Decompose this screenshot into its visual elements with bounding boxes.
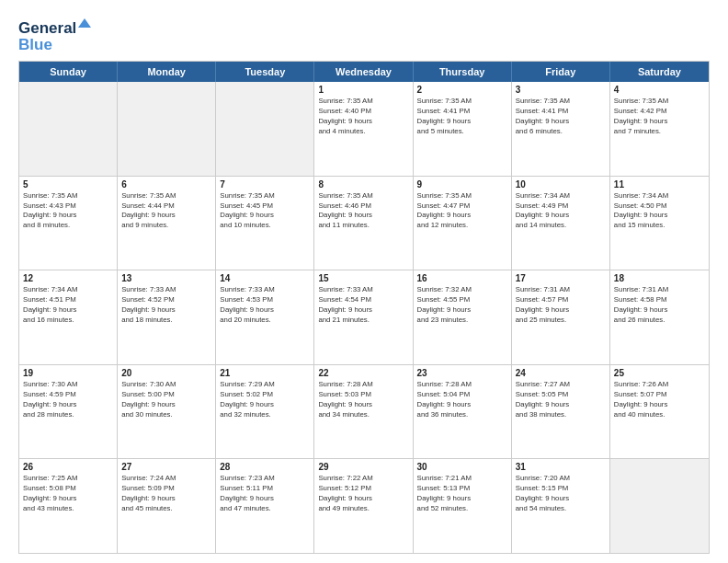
empty-cell xyxy=(610,459,709,553)
day-info: Sunrise: 7:21 AMSunset: 5:13 PMDaylight:… xyxy=(417,474,507,514)
week-row-4: 19Sunrise: 7:30 AMSunset: 4:59 PMDayligh… xyxy=(19,365,709,460)
day-info: Sunrise: 7:20 AMSunset: 5:15 PMDaylight:… xyxy=(516,474,606,514)
day-number: 4 xyxy=(614,85,705,95)
day-number: 15 xyxy=(318,273,408,283)
svg-text:Blue: Blue xyxy=(18,36,52,53)
empty-cell xyxy=(19,82,118,176)
day-number: 7 xyxy=(220,179,310,190)
logo: GeneralBlue xyxy=(18,15,101,53)
day-number: 10 xyxy=(516,179,606,190)
day-cell-31: 31Sunrise: 7:20 AMSunset: 5:15 PMDayligh… xyxy=(512,459,610,553)
day-cell-26: 26Sunrise: 7:25 AMSunset: 5:08 PMDayligh… xyxy=(19,459,118,553)
day-cell-16: 16Sunrise: 7:32 AMSunset: 4:55 PMDayligh… xyxy=(414,270,512,364)
day-cell-14: 14Sunrise: 7:33 AMSunset: 4:53 PMDayligh… xyxy=(216,270,314,364)
calendar-body: 1Sunrise: 7:35 AMSunset: 4:40 PMDaylight… xyxy=(19,82,709,553)
day-info: Sunrise: 7:31 AMSunset: 4:57 PMDaylight:… xyxy=(516,285,606,326)
empty-cell xyxy=(118,82,216,176)
day-info: Sunrise: 7:28 AMSunset: 5:04 PMDaylight:… xyxy=(417,380,507,420)
day-cell-25: 25Sunrise: 7:26 AMSunset: 5:07 PMDayligh… xyxy=(610,365,709,459)
day-cell-15: 15Sunrise: 7:33 AMSunset: 4:54 PMDayligh… xyxy=(314,270,413,364)
day-number: 17 xyxy=(516,273,606,283)
day-cell-19: 19Sunrise: 7:30 AMSunset: 4:59 PMDayligh… xyxy=(19,365,118,459)
day-info: Sunrise: 7:31 AMSunset: 4:58 PMDaylight:… xyxy=(614,285,705,326)
week-row-5: 26Sunrise: 7:25 AMSunset: 5:08 PMDayligh… xyxy=(19,459,709,553)
day-number: 12 xyxy=(23,273,113,283)
day-info: Sunrise: 7:33 AMSunset: 4:53 PMDaylight:… xyxy=(220,285,310,326)
day-cell-23: 23Sunrise: 7:28 AMSunset: 5:04 PMDayligh… xyxy=(414,365,512,459)
day-info: Sunrise: 7:22 AMSunset: 5:12 PMDaylight:… xyxy=(318,474,408,514)
day-info: Sunrise: 7:35 AMSunset: 4:43 PMDaylight:… xyxy=(23,191,113,232)
day-info: Sunrise: 7:35 AMSunset: 4:41 PMDaylight:… xyxy=(417,97,507,137)
day-cell-29: 29Sunrise: 7:22 AMSunset: 5:12 PMDayligh… xyxy=(314,459,413,553)
day-number: 5 xyxy=(23,179,113,190)
day-info: Sunrise: 7:35 AMSunset: 4:40 PMDaylight:… xyxy=(318,97,408,137)
day-cell-2: 2Sunrise: 7:35 AMSunset: 4:41 PMDaylight… xyxy=(414,82,512,176)
day-info: Sunrise: 7:34 AMSunset: 4:51 PMDaylight:… xyxy=(23,285,113,326)
day-of-week-thursday: Thursday xyxy=(414,62,512,82)
day-info: Sunrise: 7:35 AMSunset: 4:46 PMDaylight:… xyxy=(318,191,408,232)
day-number: 19 xyxy=(23,368,113,378)
week-row-3: 12Sunrise: 7:34 AMSunset: 4:51 PMDayligh… xyxy=(19,270,709,365)
day-info: Sunrise: 7:27 AMSunset: 5:05 PMDaylight:… xyxy=(516,380,606,420)
day-number: 30 xyxy=(417,462,507,472)
day-cell-6: 6Sunrise: 7:35 AMSunset: 4:44 PMDaylight… xyxy=(118,177,216,270)
day-number: 8 xyxy=(318,179,408,190)
svg-marker-0 xyxy=(78,18,91,28)
day-number: 18 xyxy=(614,273,705,283)
day-of-week-wednesday: Wednesday xyxy=(314,62,413,82)
day-cell-11: 11Sunrise: 7:34 AMSunset: 4:50 PMDayligh… xyxy=(610,177,709,270)
calendar: SundayMondayTuesdayWednesdayThursdayFrid… xyxy=(18,61,710,554)
day-info: Sunrise: 7:35 AMSunset: 4:42 PMDaylight:… xyxy=(614,97,705,137)
day-info: Sunrise: 7:32 AMSunset: 4:55 PMDaylight:… xyxy=(417,285,507,326)
day-info: Sunrise: 7:35 AMSunset: 4:47 PMDaylight:… xyxy=(417,191,507,232)
day-of-week-saturday: Saturday xyxy=(610,62,709,82)
page: GeneralBlue SundayMondayTuesdayWednesday… xyxy=(0,0,728,563)
day-cell-20: 20Sunrise: 7:30 AMSunset: 5:00 PMDayligh… xyxy=(118,365,216,459)
day-info: Sunrise: 7:33 AMSunset: 4:52 PMDaylight:… xyxy=(121,285,211,326)
day-cell-22: 22Sunrise: 7:28 AMSunset: 5:03 PMDayligh… xyxy=(314,365,413,459)
day-number: 24 xyxy=(516,368,606,378)
day-info: Sunrise: 7:30 AMSunset: 5:00 PMDaylight:… xyxy=(121,380,211,420)
day-cell-12: 12Sunrise: 7:34 AMSunset: 4:51 PMDayligh… xyxy=(19,270,118,364)
day-cell-9: 9Sunrise: 7:35 AMSunset: 4:47 PMDaylight… xyxy=(414,177,512,270)
day-cell-30: 30Sunrise: 7:21 AMSunset: 5:13 PMDayligh… xyxy=(414,459,512,553)
day-number: 27 xyxy=(121,462,211,472)
svg-text:General: General xyxy=(18,19,76,37)
day-number: 1 xyxy=(318,85,408,95)
day-number: 2 xyxy=(417,85,507,95)
day-cell-24: 24Sunrise: 7:27 AMSunset: 5:05 PMDayligh… xyxy=(512,365,610,459)
day-cell-17: 17Sunrise: 7:31 AMSunset: 4:57 PMDayligh… xyxy=(512,270,610,364)
day-info: Sunrise: 7:34 AMSunset: 4:49 PMDaylight:… xyxy=(516,191,606,232)
day-info: Sunrise: 7:30 AMSunset: 4:59 PMDaylight:… xyxy=(23,380,113,420)
day-number: 29 xyxy=(318,462,408,472)
day-cell-27: 27Sunrise: 7:24 AMSunset: 5:09 PMDayligh… xyxy=(118,459,216,553)
week-row-2: 5Sunrise: 7:35 AMSunset: 4:43 PMDaylight… xyxy=(19,177,709,271)
day-cell-7: 7Sunrise: 7:35 AMSunset: 4:45 PMDaylight… xyxy=(216,177,314,270)
day-info: Sunrise: 7:26 AMSunset: 5:07 PMDaylight:… xyxy=(614,380,705,420)
day-info: Sunrise: 7:29 AMSunset: 5:02 PMDaylight:… xyxy=(220,380,310,420)
day-cell-3: 3Sunrise: 7:35 AMSunset: 4:41 PMDaylight… xyxy=(512,82,610,176)
logo-svg: GeneralBlue xyxy=(18,15,101,53)
day-number: 11 xyxy=(614,179,705,190)
day-info: Sunrise: 7:28 AMSunset: 5:03 PMDaylight:… xyxy=(318,380,408,420)
day-info: Sunrise: 7:35 AMSunset: 4:44 PMDaylight:… xyxy=(121,191,211,232)
day-cell-8: 8Sunrise: 7:35 AMSunset: 4:46 PMDaylight… xyxy=(314,177,413,270)
day-of-week-sunday: Sunday xyxy=(19,62,118,82)
empty-cell xyxy=(216,82,314,176)
day-number: 14 xyxy=(220,273,310,283)
day-number: 22 xyxy=(318,368,408,378)
calendar-header: SundayMondayTuesdayWednesdayThursdayFrid… xyxy=(19,62,709,82)
day-info: Sunrise: 7:33 AMSunset: 4:54 PMDaylight:… xyxy=(318,285,408,326)
day-number: 31 xyxy=(516,462,606,472)
day-number: 25 xyxy=(614,368,705,378)
day-number: 26 xyxy=(23,462,113,472)
day-number: 3 xyxy=(516,85,606,95)
day-cell-5: 5Sunrise: 7:35 AMSunset: 4:43 PMDaylight… xyxy=(19,177,118,270)
day-number: 21 xyxy=(220,368,310,378)
day-number: 6 xyxy=(121,179,211,190)
day-cell-13: 13Sunrise: 7:33 AMSunset: 4:52 PMDayligh… xyxy=(118,270,216,364)
day-info: Sunrise: 7:35 AMSunset: 4:45 PMDaylight:… xyxy=(220,191,310,232)
week-row-1: 1Sunrise: 7:35 AMSunset: 4:40 PMDaylight… xyxy=(19,82,709,177)
day-number: 20 xyxy=(121,368,211,378)
day-info: Sunrise: 7:34 AMSunset: 4:50 PMDaylight:… xyxy=(614,191,705,232)
